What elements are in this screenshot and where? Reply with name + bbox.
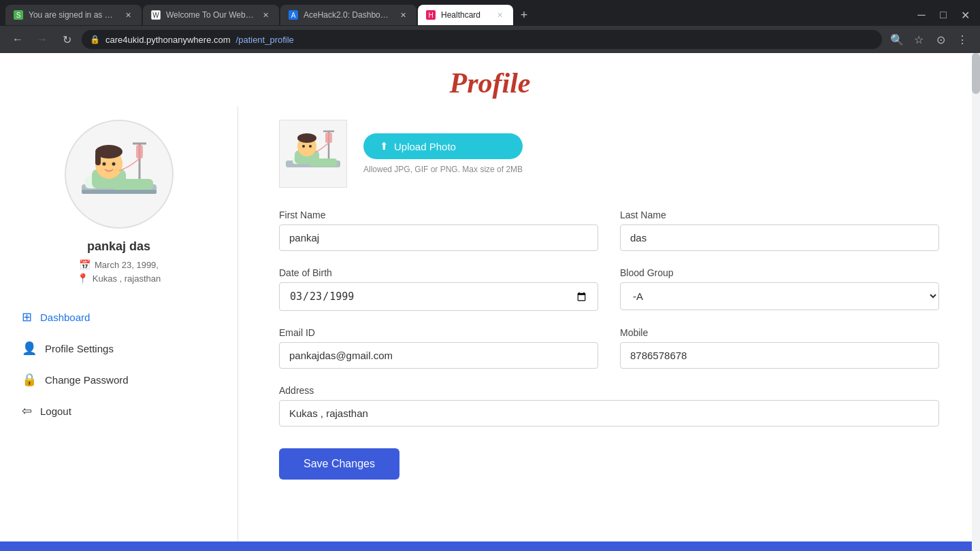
mobile-group: Mobile xyxy=(620,327,939,369)
sidebar-item-change-password-label: Change Password xyxy=(45,374,129,386)
dob-blood-row: Date of Birth Blood Group -A +A -B +B -A… xyxy=(279,267,939,311)
svg-point-19 xyxy=(309,145,312,148)
address-base: care4ukid.pythonanywhere.com xyxy=(105,35,231,45)
upload-btn-label: Upload Photo xyxy=(394,141,456,152)
tab-2-title: Welcome To Our Website xyxy=(166,10,255,20)
tab-4[interactable]: H Healthcard ✕ xyxy=(418,5,513,25)
menu-button[interactable]: ⋮ xyxy=(953,30,972,49)
dob-group: Date of Birth xyxy=(279,267,598,311)
last-name-label: Last Name xyxy=(620,210,939,220)
minimize-button[interactable]: ─ xyxy=(912,5,931,24)
browser-chrome: S You are signed in as hack9 ✕ W Welcome… xyxy=(0,0,980,53)
scrollbar-track[interactable] xyxy=(972,53,980,551)
tab-4-favicon: H xyxy=(426,10,436,20)
profile-button[interactable]: ⊙ xyxy=(931,30,950,49)
sidebar-item-change-password[interactable]: 🔒 Change Password xyxy=(14,365,224,394)
sidebar-dob-text: March 23, 1999, xyxy=(95,260,159,270)
mobile-label: Mobile xyxy=(620,327,939,338)
bookmark-button[interactable]: ☆ xyxy=(909,30,928,49)
sidebar-location: 📍 Kukas , rajasthan xyxy=(77,273,161,284)
tab-1-title: You are signed in as hack9 xyxy=(29,10,117,20)
upload-avatar-preview xyxy=(279,120,347,188)
forward-button[interactable]: → xyxy=(33,30,52,49)
tab-4-close[interactable]: ✕ xyxy=(494,10,505,20)
dob-label: Date of Birth xyxy=(279,267,598,278)
sidebar-username: pankaj das xyxy=(87,239,150,254)
tab-3[interactable]: A AceHack2.0: Dashboard | Devfol... ✕ xyxy=(280,5,416,25)
svg-rect-1 xyxy=(82,190,157,194)
location-icon: 📍 xyxy=(77,273,88,284)
profile-settings-icon: 👤 xyxy=(22,341,37,356)
new-tab-button[interactable]: + xyxy=(514,5,534,24)
svg-rect-12 xyxy=(112,179,153,190)
blood-group-label: Blood Group xyxy=(620,267,939,278)
blood-group-select[interactable]: -A +A -B +B -AB +AB -O +O xyxy=(620,282,939,310)
first-name-label: First Name xyxy=(279,210,598,220)
scrollbar-thumb[interactable] xyxy=(972,53,980,94)
google-lens-button[interactable]: 🔍 xyxy=(887,30,906,49)
footer: For Patients For Doctors For Hospitals C… xyxy=(0,541,980,551)
reload-button[interactable]: ↻ xyxy=(57,30,76,49)
dashboard-icon: ⊞ xyxy=(22,310,32,324)
last-name-group: Last Name xyxy=(620,210,939,251)
svg-point-8 xyxy=(112,163,115,166)
upload-avatar-image xyxy=(282,123,344,184)
sidebar-item-dashboard[interactable]: ⊞ Dashboard xyxy=(14,303,224,331)
email-group: Email ID xyxy=(279,327,598,369)
upload-info: ⬆ Upload Photo Allowed JPG, GIF or PNG. … xyxy=(363,133,523,174)
back-button[interactable]: ← xyxy=(8,30,27,49)
email-label: Email ID xyxy=(279,327,598,338)
address-row: Address xyxy=(279,385,939,427)
sidebar-item-logout[interactable]: ⇦ Logout xyxy=(14,397,224,425)
maximize-button[interactable]: □ xyxy=(934,5,953,24)
upload-hint: Allowed JPG, GIF or PNG. Max size of 2MB xyxy=(363,165,523,174)
last-name-input[interactable] xyxy=(620,224,939,251)
svg-rect-23 xyxy=(310,158,337,167)
sidebar-item-profile-settings[interactable]: 👤 Profile Settings xyxy=(14,334,224,363)
address-label: Address xyxy=(279,385,939,396)
name-row: First Name Last Name xyxy=(279,210,939,251)
blood-group-group: Blood Group -A +A -B +B -AB +AB -O +O xyxy=(620,267,939,311)
address-input[interactable] xyxy=(279,400,939,427)
sidebar-item-dashboard-label: Dashboard xyxy=(40,312,90,323)
email-input[interactable] xyxy=(279,342,598,369)
svg-rect-6 xyxy=(95,152,101,165)
lock-icon: 🔒 xyxy=(90,35,100,44)
first-name-input[interactable] xyxy=(279,224,598,251)
sidebar-avatar-image xyxy=(75,130,163,218)
svg-rect-22 xyxy=(325,133,332,143)
sidebar-location-text: Kukas , rajasthan xyxy=(93,273,161,284)
address-group: Address xyxy=(279,385,939,427)
tab-bar: S You are signed in as hack9 ✕ W Welcome… xyxy=(0,0,980,26)
tab-4-title: Healthcard xyxy=(441,10,489,20)
logout-icon: ⇦ xyxy=(22,403,32,418)
tab-3-close[interactable]: ✕ xyxy=(397,10,408,20)
tab-2-favicon: W xyxy=(151,10,161,20)
tab-2-close[interactable]: ✕ xyxy=(260,10,271,20)
upload-icon: ⬆ xyxy=(380,140,389,152)
dob-input[interactable] xyxy=(279,282,598,311)
sidebar-item-logout-label: Logout xyxy=(40,405,71,417)
address-bar[interactable]: 🔒 care4ukid.pythonanywhere.com /patient_… xyxy=(82,30,882,49)
tab-3-title: AceHack2.0: Dashboard | Devfol... xyxy=(304,10,392,20)
svg-point-17 xyxy=(297,133,316,143)
upload-area: ⬆ Upload Photo Allowed JPG, GIF or PNG. … xyxy=(279,120,939,188)
svg-point-7 xyxy=(102,163,105,166)
email-mobile-row: Email ID Mobile xyxy=(279,327,939,369)
save-changes-button[interactable]: Save Changes xyxy=(279,448,399,480)
tab-2[interactable]: W Welcome To Our Website ✕ xyxy=(143,5,279,25)
mobile-input[interactable] xyxy=(620,342,939,369)
sidebar-nav: ⊞ Dashboard 👤 Profile Settings 🔒 Change … xyxy=(14,303,224,425)
tab-1[interactable]: S You are signed in as hack9 ✕ xyxy=(5,5,142,25)
tab-3-favicon: A xyxy=(289,10,298,20)
first-name-group: First Name xyxy=(279,210,598,251)
close-window-button[interactable]: ✕ xyxy=(956,5,975,24)
main-content: ⬆ Upload Photo Allowed JPG, GIF or PNG. … xyxy=(238,106,980,541)
sidebar-avatar xyxy=(65,120,174,229)
svg-rect-11 xyxy=(136,145,143,158)
page-title: Profile xyxy=(0,67,980,99)
upload-photo-button[interactable]: ⬆ Upload Photo xyxy=(363,133,523,159)
sidebar-dob: 📅 March 23, 1999, xyxy=(79,259,159,270)
tab-1-close[interactable]: ✕ xyxy=(122,10,133,20)
calendar-icon: 📅 xyxy=(79,259,91,270)
